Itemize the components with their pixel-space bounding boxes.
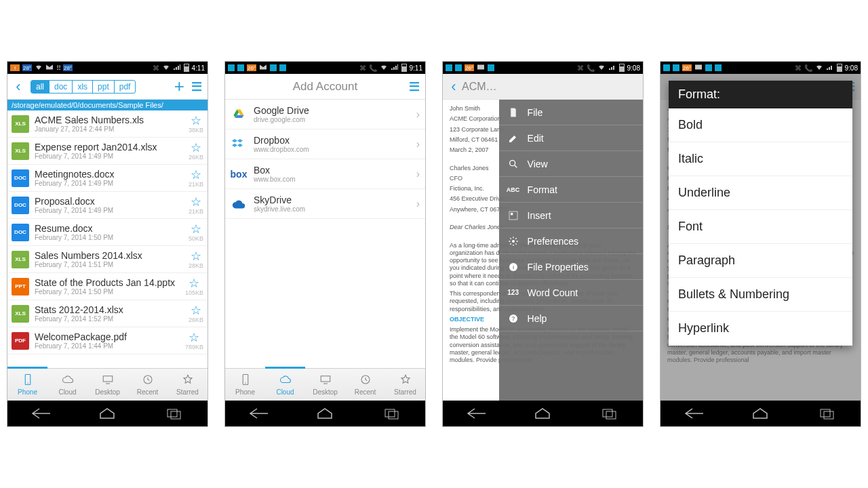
format-option-hyperlink[interactable]: Hyperlink [669,312,852,346]
format-option-font[interactable]: Font [669,210,852,244]
svg-point-15 [512,240,515,243]
android-back-button[interactable] [241,406,275,421]
account-name: SkyDrive [254,195,416,205]
overflow-menu: FileEditViewABCFormatInsertPreferencesiF… [499,100,643,401]
menu-button[interactable]: ☰ [189,79,205,94]
menu-item-word-count[interactable]: 123Word Count [499,280,643,306]
menu-item-edit[interactable]: Edit [499,125,643,151]
star-button[interactable]: ☆ [191,115,201,127]
star-button[interactable]: ☆ [191,304,201,317]
star-button[interactable]: ☆ [191,169,201,181]
file-row[interactable]: XLS Stats 2012-2014.xlsx February 7, 201… [7,300,208,327]
account-row-skydrive[interactable]: SkyDrive skydrive.live.com › [225,189,425,219]
format-option-bullets-numbering[interactable]: Bullets & Numbering [669,278,852,312]
android-back-button[interactable] [459,406,493,421]
android-home-button[interactable] [526,406,559,421]
file-row[interactable]: XLS Expense report Jan2014.xlsx February… [7,138,208,165]
star-button[interactable]: ☆ [189,331,199,344]
file-name: WelcomePackage.pdf [35,331,185,342]
menu-item-insert[interactable]: Insert [499,203,643,228]
star-button[interactable]: ☆ [191,250,201,262]
tab-recent[interactable]: Recent [345,369,385,401]
account-row-gdrive[interactable]: Google Drive drive.google.com › [225,100,425,129]
android-home-button[interactable] [90,406,124,421]
android-home-button[interactable] [743,406,777,421]
status-bar: 26° ⌘ 📞 9:08 [443,62,643,74]
box2-icon [715,64,722,71]
format-option-underline[interactable]: Underline [669,176,852,210]
svg-point-12 [509,160,515,165]
back-button[interactable]: ‹ [446,78,462,96]
battery-icon [401,64,407,72]
tab-starred[interactable]: Starred [167,369,208,401]
file-list[interactable]: XLS ACME Sales Numbers.xls January 27, 2… [7,110,208,368]
android-recent-button[interactable] [810,406,844,421]
star-button[interactable]: ☆ [191,142,201,154]
tab-label: Cloud [58,388,76,396]
filter-segmented[interactable]: all doc xls ppt pdf [31,80,136,94]
file-size: 789KB [185,344,203,350]
menu-item-preferences[interactable]: Preferences [499,228,643,254]
menu-item-label: Format [528,184,557,195]
menu-item-help[interactable]: ?Help [499,306,643,331]
filter-ppt[interactable]: ppt [93,81,115,93]
account-row-box[interactable]: box Box www.box.com › [225,159,425,189]
filter-xls[interactable]: xls [73,81,93,93]
star-button[interactable]: ☆ [191,223,201,235]
android-recent-button[interactable] [157,406,191,421]
add-button[interactable]: + [170,76,189,97]
file-row[interactable]: XLS ACME Sales Numbers.xls January 27, 2… [7,110,208,138]
gdrive-icon [231,106,247,123]
format-option-bold[interactable]: Bold [669,108,852,142]
file-row[interactable]: PPT State of the Products Jan 14.pptx Fe… [7,273,208,300]
menu-item-label: Edit [528,133,544,144]
android-recent-button[interactable] [375,406,409,421]
menu-button[interactable]: ☰ [406,79,422,94]
star-button[interactable]: ☆ [189,277,199,289]
account-row-dropbox[interactable]: Dropbox www.dropbox.com › [225,129,425,159]
notif-badge-icon: ! [10,64,20,71]
document-viewport: ‹ ☰ John Smith ACME Corporation 123 Corp… [660,74,861,401]
menu-item-file[interactable]: File [499,100,643,125]
file-row[interactable]: XLS Sales Numbers 2014.xlsx February 7, … [7,246,208,273]
tab-label: Phone [18,388,37,396]
account-url: www.box.com [254,176,416,183]
menu-item-label: Help [528,313,547,324]
file-row[interactable]: DOC Proposal.docx February 7, 2014 1:49 … [7,192,208,219]
tab-cloud[interactable]: Cloud [265,367,305,401]
tab-recent[interactable]: Recent [127,369,167,401]
file-row[interactable]: PDF WelcomePackage.pdf February 7, 2014 … [7,327,208,354]
phone-icon [239,373,252,387]
svg-rect-22 [821,409,830,417]
filetype-xls-icon: XLS [12,115,29,133]
file-row[interactable]: DOC Resume.docx February 7, 2014 1:50 PM… [7,219,208,246]
path-strip[interactable]: /storage/emulated/0/documents/Sample Fil… [7,100,208,110]
tab-phone[interactable]: Phone [7,367,47,401]
format-icon: ABC [507,186,519,193]
android-back-button[interactable] [24,406,58,421]
android-back-button[interactable] [677,406,711,421]
file-row[interactable]: DOC Meetingnotes.docx February 7, 2014 1… [7,165,208,192]
format-option-italic[interactable]: Italic [669,142,852,176]
tab-starred[interactable]: Starred [385,369,425,401]
back-button[interactable]: ‹ [10,78,26,96]
tab-desktop[interactable]: Desktop [87,369,127,401]
filter-doc[interactable]: doc [50,81,73,93]
file-name: Stats 2012-2014.xlsx [35,304,189,315]
tab-phone[interactable]: Phone [225,369,265,401]
document-viewport[interactable]: John Smith ACME Corporation 123 Corporat… [443,100,643,401]
menu-item-view[interactable]: View [499,151,643,177]
android-recent-button[interactable] [593,406,627,421]
filter-all[interactable]: all [31,81,50,93]
tab-cloud[interactable]: Cloud [47,369,87,401]
tab-desktop[interactable]: Desktop [305,369,345,401]
format-option-paragraph[interactable]: Paragraph [669,244,852,278]
star-button[interactable]: ☆ [191,196,201,208]
weather-badge-icon: 26° [247,64,256,71]
file-date: January 27, 2014 2:44 PM [35,125,189,133]
menu-item-file-properties[interactable]: iFile Properties [499,254,643,280]
filter-pdf[interactable]: pdf [115,81,136,93]
menu-item-format[interactable]: ABCFormat [499,177,643,203]
android-home-button[interactable] [308,406,342,421]
file-name: Resume.docx [35,223,189,234]
